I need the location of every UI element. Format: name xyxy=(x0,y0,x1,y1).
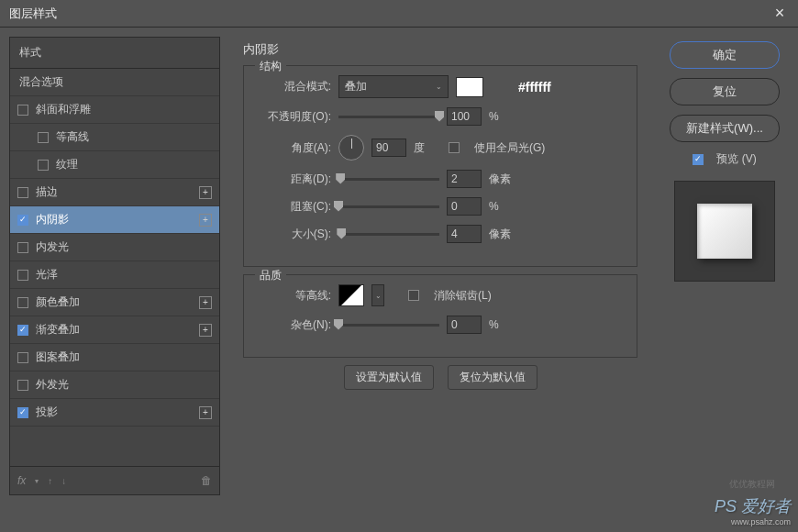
noise-slider[interactable] xyxy=(338,324,439,327)
structure-fieldset: 结构 混合模式: 叠加 ⌄ #ffffff 不透明度(O): % 角度(A): xyxy=(243,65,637,267)
angle-unit: 度 xyxy=(414,140,441,156)
choke-slider[interactable] xyxy=(338,205,439,208)
style-item[interactable]: 光泽 xyxy=(10,261,219,289)
sidebar-footer: fx ▾ ↑ ↓ 🗑 xyxy=(10,466,219,494)
opacity-unit: % xyxy=(489,110,516,123)
chevron-down-icon: ⌄ xyxy=(436,83,442,91)
ok-button[interactable]: 确定 xyxy=(670,41,780,69)
titlebar: 图层样式 × xyxy=(0,0,798,28)
opacity-slider[interactable] xyxy=(338,116,439,118)
noise-unit: % xyxy=(489,318,516,331)
style-label: 光泽 xyxy=(36,267,212,283)
angle-dial[interactable] xyxy=(338,135,364,161)
color-hex-label: #ffffff xyxy=(518,80,551,94)
style-checkbox[interactable] xyxy=(17,187,28,198)
distance-slider[interactable] xyxy=(338,178,439,181)
opacity-input[interactable] xyxy=(447,107,482,126)
global-light-checkbox[interactable] xyxy=(449,142,460,153)
angle-label: 角度(A): xyxy=(258,140,331,156)
size-label: 大小(S): xyxy=(258,227,331,242)
preview-label: 预览 (V) xyxy=(716,151,756,167)
contour-label: 等高线: xyxy=(258,288,331,304)
set-default-button[interactable]: 设置为默认值 xyxy=(344,365,434,390)
style-item[interactable]: 纹理 xyxy=(10,151,219,179)
style-checkbox[interactable] xyxy=(17,270,28,281)
contour-preview[interactable] xyxy=(338,284,364,306)
style-item[interactable]: 外发光 xyxy=(10,371,219,399)
style-label: 斜面和浮雕 xyxy=(36,102,212,117)
main-layout: 样式 混合选项 斜面和浮雕等高线纹理描边+内阴影+内发光光泽颜色叠加+渐变叠加+… xyxy=(0,28,798,504)
arrow-down-icon[interactable]: ↓ xyxy=(61,476,66,486)
style-checkbox[interactable] xyxy=(38,132,49,143)
plus-icon[interactable]: + xyxy=(199,296,212,309)
style-checkbox[interactable] xyxy=(17,297,28,308)
size-unit: 像素 xyxy=(489,227,516,242)
style-item[interactable]: 渐变叠加+ xyxy=(10,316,219,344)
window-title: 图层样式 xyxy=(9,6,770,22)
fx-icon[interactable]: fx xyxy=(17,474,26,487)
sidebar-blend-header[interactable]: 混合选项 xyxy=(10,69,219,96)
style-item[interactable]: 投影+ xyxy=(10,399,219,427)
distance-input[interactable] xyxy=(447,170,482,188)
style-label: 内发光 xyxy=(36,239,212,255)
style-item[interactable]: 斜面和浮雕 xyxy=(10,96,219,124)
distance-label: 距离(D): xyxy=(258,172,331,187)
style-item[interactable]: 描边+ xyxy=(10,179,219,206)
plus-icon[interactable]: + xyxy=(199,324,212,337)
contour-dropdown[interactable]: ⌄ xyxy=(371,284,384,306)
choke-unit: % xyxy=(489,200,516,213)
style-checkbox[interactable] xyxy=(17,325,28,336)
quality-fieldset: 品质 等高线: ⌄ 消除锯齿(L) 杂色(N): % xyxy=(243,274,637,358)
style-checkbox[interactable] xyxy=(38,160,49,171)
style-label: 颜色叠加 xyxy=(36,294,199,310)
style-label: 纹理 xyxy=(56,157,212,172)
style-label: 内阴影 xyxy=(36,212,199,227)
style-checkbox[interactable] xyxy=(17,215,28,226)
style-item[interactable]: 图案叠加 xyxy=(10,344,219,371)
new-style-button[interactable]: 新建样式(W)... xyxy=(670,115,780,142)
style-label: 描边 xyxy=(36,184,199,200)
choke-input[interactable] xyxy=(447,197,482,216)
angle-input[interactable] xyxy=(371,139,406,157)
antialias-label: 消除锯齿(L) xyxy=(434,288,492,304)
blend-mode-label: 混合模式: xyxy=(258,79,331,94)
right-panel: 确定 复位 新建样式(W)... 预览 (V) xyxy=(660,37,789,495)
reset-default-button[interactable]: 复位为默认值 xyxy=(448,365,538,390)
size-slider[interactable] xyxy=(338,233,439,236)
dropdown-arrow-icon[interactable]: ▾ xyxy=(35,477,39,485)
style-label: 投影 xyxy=(36,405,199,420)
arrow-up-icon[interactable]: ↑ xyxy=(48,476,52,486)
blend-mode-select[interactable]: 叠加 ⌄ xyxy=(338,75,449,98)
style-label: 图案叠加 xyxy=(36,349,212,365)
style-item[interactable]: 内阴影+ xyxy=(10,206,219,234)
style-label: 等高线 xyxy=(56,129,212,145)
style-label: 外发光 xyxy=(36,377,212,393)
noise-input[interactable] xyxy=(447,316,482,334)
choke-label: 阻塞(C): xyxy=(258,199,331,215)
size-input[interactable] xyxy=(447,225,482,243)
style-checkbox[interactable] xyxy=(17,380,28,391)
preview-box xyxy=(674,181,775,282)
close-icon[interactable]: × xyxy=(770,4,789,23)
color-swatch[interactable] xyxy=(456,77,483,97)
style-checkbox[interactable] xyxy=(17,407,28,418)
style-item[interactable]: 等高线 xyxy=(10,124,219,151)
structure-label: 结构 xyxy=(255,59,286,74)
antialias-checkbox[interactable] xyxy=(408,290,419,301)
distance-unit: 像素 xyxy=(489,172,516,187)
style-checkbox[interactable] xyxy=(17,105,28,116)
cancel-button[interactable]: 复位 xyxy=(670,78,780,105)
style-item[interactable]: 内发光 xyxy=(10,234,219,261)
sidebar-styles-header[interactable]: 样式 xyxy=(10,38,219,69)
panel-title: 内阴影 xyxy=(243,41,637,58)
preview-checkbox[interactable] xyxy=(693,154,704,165)
style-checkbox[interactable] xyxy=(17,242,28,253)
sidebar: 样式 混合选项 斜面和浮雕等高线纹理描边+内阴影+内发光光泽颜色叠加+渐变叠加+… xyxy=(9,37,220,495)
preview-swatch xyxy=(697,204,752,259)
plus-icon[interactable]: + xyxy=(199,214,212,227)
plus-icon[interactable]: + xyxy=(199,186,212,199)
style-checkbox[interactable] xyxy=(17,352,28,363)
plus-icon[interactable]: + xyxy=(199,406,212,419)
trash-icon[interactable]: 🗑 xyxy=(201,474,212,487)
style-item[interactable]: 颜色叠加+ xyxy=(10,289,219,316)
